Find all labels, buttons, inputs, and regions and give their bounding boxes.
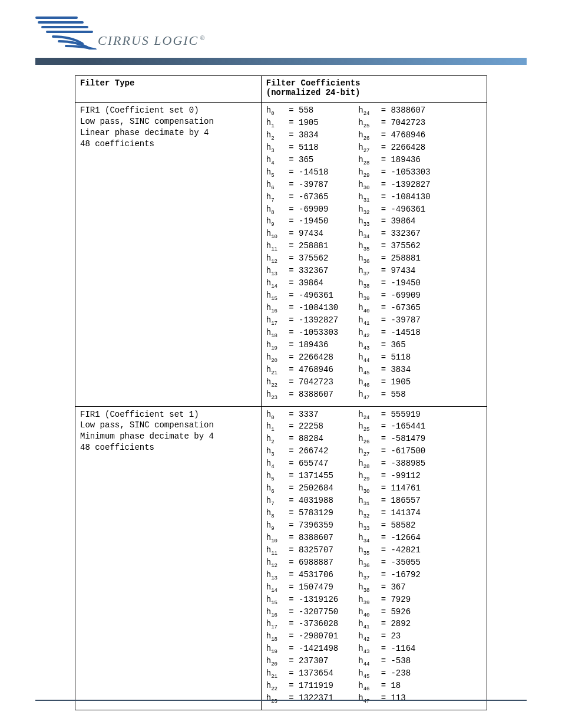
coefficient-symbol: h8 [266, 508, 284, 520]
coefficient-entry: h33 = 58582 [358, 520, 425, 532]
coefficient-value: = -3736028 [284, 619, 338, 628]
coefficient-value: = -42821 [376, 545, 421, 555]
coefficient-symbol: h40 [358, 302, 376, 315]
coefficient-value: = -99112 [376, 471, 421, 480]
coefficient-symbol: h6 [266, 483, 284, 495]
coefficient-entry: h22 = 7042723 [266, 377, 338, 389]
coefficient-symbol: h4 [266, 458, 284, 470]
coefficient-symbol: h0 [266, 409, 284, 421]
coefficient-value: = -1053303 [376, 167, 430, 177]
coefficient-value: = 4031988 [284, 496, 333, 505]
coefficient-value: = 22258 [284, 421, 323, 431]
coefficient-value: = 7042723 [284, 377, 333, 387]
coefficient-entry: h26 = 4768946 [358, 130, 430, 142]
filter-type-cell: FIR1 (Coefficient set 1) Low pass, SINC … [75, 406, 262, 710]
coefficient-entry: h40 = -67365 [358, 302, 430, 315]
coefficient-value: = 2266428 [376, 143, 425, 152]
coefficient-entry: h10 = 8388607 [266, 532, 338, 545]
col-header-filter-coefficients: Filter Coefficients (normalized 24-bit) [261, 76, 487, 103]
coefficient-entry: h1 = 1905 [266, 117, 338, 130]
coefficient-entry: h44 = 5118 [358, 352, 430, 364]
coefficient-entry: h8 = -69909 [266, 204, 338, 216]
coefficient-entry: h16 = -3207750 [266, 607, 338, 619]
page-header: CIRRUS LOGIC® [0, 0, 562, 52]
coefficient-entry: h39 = -69909 [358, 290, 430, 302]
coefficient-value: = -69909 [284, 205, 329, 214]
coefficient-symbol: h20 [266, 655, 284, 668]
coefficient-symbol: h4 [266, 154, 284, 167]
filter-coefficients-cell: h0 = 3337h1 = 22258h2 = 88284h3 = 266742… [261, 406, 487, 710]
coefficient-value: = 258881 [284, 241, 329, 251]
coefficient-value: = 558 [376, 390, 405, 399]
coefficient-symbol: h36 [358, 557, 376, 569]
coefficient-value: = 189436 [284, 340, 329, 350]
filter-type-text: FIR1 (Coefficient set 1) Low pass, SINC … [80, 409, 256, 454]
coefficient-entry: h43 = 365 [358, 340, 430, 352]
coefficient-value: = -165441 [376, 421, 425, 431]
coefficient-value: = 2502684 [284, 483, 333, 493]
registered-mark: ® [200, 34, 206, 41]
coefficient-entry: h42 = -14518 [358, 327, 430, 340]
coefficient-entry: h39 = 7929 [358, 594, 425, 607]
coefficient-entry: h27 = -617500 [358, 446, 425, 458]
coefficient-value: = 3834 [284, 130, 319, 140]
page: CIRRUS LOGIC® Filter Type Filter Coeffic… [0, 0, 562, 728]
coefficient-symbol: h16 [266, 607, 284, 619]
coefficient-entry: h15 = -496361 [266, 290, 338, 302]
coefficient-symbol: h30 [358, 483, 376, 495]
coefficient-column-left: h0 = 3337h1 = 22258h2 = 88284h3 = 266742… [266, 409, 338, 706]
coefficient-value: = 375562 [284, 253, 329, 263]
coefficient-entry: h25 = 7042723 [358, 117, 430, 130]
coefficient-entry: h17 = -1392827 [266, 315, 338, 327]
coefficient-entry: h3 = 5118 [266, 142, 338, 154]
coefficient-symbol: h14 [266, 278, 284, 290]
filter-type-cell: FIR1 (Coefficient set 0) Low pass, SINC … [75, 103, 262, 407]
coefficient-entry: h13 = 4531706 [266, 569, 338, 582]
coefficient-entry: h29 = -1053303 [358, 167, 430, 179]
brand-logo: CIRRUS LOGIC® [35, 13, 562, 52]
coefficient-entry: h8 = 5783129 [266, 508, 338, 520]
coefficient-symbol: h34 [358, 532, 376, 545]
coefficient-symbol: h26 [358, 433, 376, 446]
coefficient-symbol: h44 [358, 655, 376, 668]
coefficient-entry: h23 = 1322371 [266, 693, 338, 705]
coefficient-value: = -1392827 [376, 180, 430, 189]
brand-name-text: CIRRUS LOGIC [98, 33, 199, 48]
footer-separator [35, 700, 527, 701]
coefficient-entry: h44 = -538 [358, 655, 425, 668]
coefficient-value: = 655747 [284, 459, 329, 468]
coefficient-symbol: h5 [266, 167, 284, 179]
coefficient-symbol: h30 [358, 179, 376, 192]
coefficient-value: = -14518 [284, 167, 329, 177]
coefficient-symbol: h43 [358, 643, 376, 655]
coefficient-value: = -1084130 [284, 303, 338, 312]
table-header-row: Filter Type Filter Coefficients (normali… [75, 76, 487, 103]
coefficient-symbol: h3 [266, 446, 284, 458]
coefficient-value: = 39864 [284, 278, 323, 288]
coefficient-value: = 558 [284, 106, 313, 115]
coefficient-value: = 18 [376, 681, 401, 690]
coefficient-symbol: h45 [358, 668, 376, 680]
coefficient-value: = 88284 [284, 434, 323, 443]
coefficient-symbol: h5 [266, 470, 284, 483]
coefficient-symbol: h12 [266, 253, 284, 265]
coefficient-entry: h20 = 237307 [266, 655, 338, 668]
coefficient-symbol: h11 [266, 241, 284, 253]
coefficient-symbol: h8 [266, 204, 284, 216]
coefficient-entry: h41 = 2892 [358, 618, 425, 631]
coefficient-value: = 6988887 [284, 558, 333, 567]
coefficient-symbol: h9 [266, 216, 284, 228]
coefficient-value: = -39787 [284, 180, 329, 189]
coefficient-value: = -238 [376, 668, 411, 678]
coefficient-symbol: h37 [358, 265, 376, 278]
coefficient-value: = 1373654 [284, 668, 333, 678]
coefficient-entry: h5 = 1371455 [266, 470, 338, 483]
coefficient-symbol: h20 [266, 352, 284, 364]
coefficient-entry: h36 = -35055 [358, 557, 425, 569]
coefficient-value: = -35055 [376, 558, 421, 567]
coefficient-entry: h12 = 375562 [266, 253, 338, 265]
coefficient-symbol: h10 [266, 228, 284, 241]
coefficient-value: = 258881 [376, 253, 421, 263]
coefficient-entry: h19 = -1421498 [266, 643, 338, 655]
coefficient-value: = 4768946 [376, 130, 425, 140]
